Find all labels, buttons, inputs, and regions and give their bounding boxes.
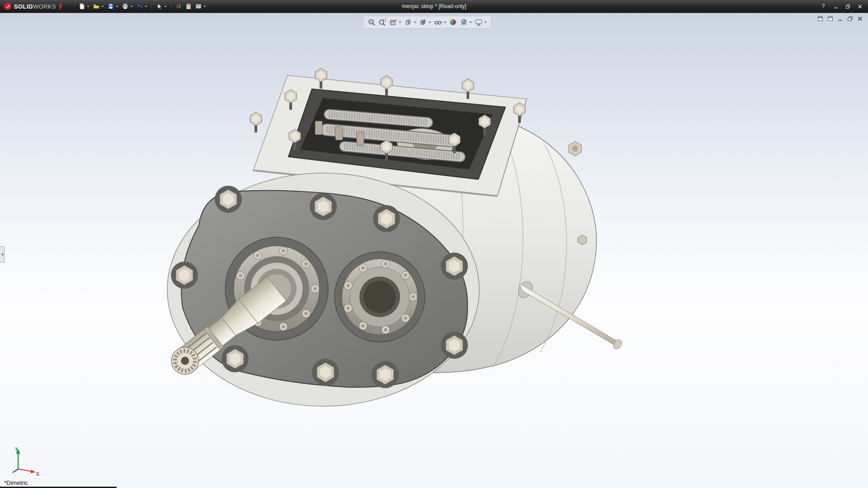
open-document-button[interactable] — [91, 1, 101, 11]
x-axis-label: X — [36, 472, 39, 476]
display-colors-button[interactable] — [174, 1, 184, 11]
minimize-icon — [837, 16, 843, 22]
solidworks-brand: SOLIDWORKS — [0, 0, 65, 13]
graphics-area[interactable]: Y X *Dimetric — [0, 13, 868, 488]
window-icon — [827, 16, 833, 22]
select-button[interactable] — [154, 1, 164, 11]
glasses-icon — [434, 18, 442, 26]
gearbox-3d-model[interactable] — [0, 13, 868, 488]
x-axis-arrow — [31, 470, 36, 474]
view-orientation-button[interactable] — [403, 17, 414, 28]
dropdown-caret[interactable] — [414, 22, 416, 23]
dropdown-caret[interactable] — [145, 6, 147, 7]
headsup-toolbar — [363, 16, 491, 28]
dropdown-caret[interactable] — [116, 6, 118, 7]
dropdown-caret[interactable] — [399, 22, 401, 23]
appearance-sphere-icon — [449, 18, 457, 26]
doc-window-icon-b[interactable] — [827, 15, 834, 22]
doc-window-icon-a[interactable] — [817, 15, 824, 22]
save-icon — [107, 3, 114, 10]
brand-accent-icon — [59, 2, 62, 10]
minimize-button[interactable] — [832, 3, 839, 10]
dropdown-caret[interactable] — [443, 22, 446, 23]
clipboard-button[interactable] — [184, 1, 193, 11]
apply-scene-button[interactable] — [458, 17, 469, 28]
new-document-button[interactable] — [77, 1, 87, 11]
chevron-left-icon — [1, 253, 3, 256]
dropdown-caret[interactable] — [164, 6, 167, 7]
dropdown-caret[interactable] — [130, 6, 133, 7]
view-settings-icon — [475, 18, 483, 26]
restore-icon — [847, 16, 853, 22]
zoom-fit-icon — [368, 18, 376, 26]
display-style-icon — [419, 18, 427, 26]
options-grid-icon — [195, 3, 202, 10]
solidworks-window: SOLIDWORKS — [0, 0, 868, 488]
close-icon — [857, 16, 863, 22]
options-button[interactable] — [193, 1, 203, 11]
dropdown-caret[interactable] — [429, 22, 431, 23]
toolbar-separator — [171, 3, 171, 10]
z-axis-line — [13, 469, 18, 473]
print-button[interactable] — [120, 1, 130, 11]
zoom-to-fit-button[interactable] — [366, 17, 377, 28]
hide-show-items-button[interactable] — [433, 17, 443, 28]
zoom-to-area-button[interactable] — [377, 17, 388, 28]
bearing-cover[interactable] — [335, 252, 425, 342]
window-icon — [817, 16, 823, 22]
view-orientation-label: *Dimetric — [4, 479, 28, 486]
doc-minimize-button[interactable] — [837, 15, 844, 22]
window-controls: ? — [820, 3, 868, 10]
display-style-button[interactable] — [418, 17, 429, 28]
orientation-triad: Y X — [6, 446, 42, 476]
brand-text: SOLIDWORKS — [14, 3, 56, 10]
document-window-controls — [817, 15, 863, 22]
cursor-icon — [156, 3, 163, 10]
color-bars-icon — [175, 3, 182, 10]
printer-icon — [122, 3, 129, 10]
help-button[interactable]: ? — [820, 3, 827, 10]
close-button[interactable] — [856, 3, 863, 10]
dropdown-caret[interactable] — [87, 6, 90, 7]
y-axis-label: Y — [15, 447, 18, 452]
restore-icon — [845, 4, 850, 9]
titlebar[interactable]: SOLIDWORKS — [0, 0, 868, 13]
dropdown-caret[interactable] — [101, 6, 104, 7]
section-view-icon — [389, 18, 397, 26]
undo-button[interactable] — [135, 1, 145, 11]
toolbar-separator — [151, 3, 152, 10]
view-settings-button[interactable] — [473, 17, 484, 28]
dropdown-caret[interactable] — [484, 22, 487, 23]
doc-close-button[interactable] — [857, 15, 863, 22]
scene-sphere-icon — [460, 18, 468, 26]
dropdown-caret[interactable] — [203, 6, 206, 7]
dassault-logo-icon — [4, 2, 12, 10]
taskpane-collapse-tab[interactable] — [0, 246, 5, 263]
close-icon — [858, 4, 863, 9]
edit-appearance-button[interactable] — [448, 17, 458, 28]
section-view-button[interactable] — [388, 17, 399, 28]
restore-button[interactable] — [844, 3, 851, 10]
minimize-icon — [833, 4, 838, 9]
zoom-area-icon — [378, 18, 387, 26]
standard-toolbar — [77, 1, 208, 11]
view-cube-icon — [404, 18, 412, 26]
clipboard-icon — [185, 3, 192, 10]
new-file-icon — [78, 3, 85, 10]
dropdown-caret[interactable] — [469, 22, 472, 23]
doc-restore-button[interactable] — [847, 15, 854, 22]
document-title: menjac sklop * [Read-only] — [402, 3, 467, 9]
open-folder-icon — [93, 3, 100, 10]
save-button[interactable] — [106, 1, 116, 11]
undo-icon — [136, 3, 143, 10]
